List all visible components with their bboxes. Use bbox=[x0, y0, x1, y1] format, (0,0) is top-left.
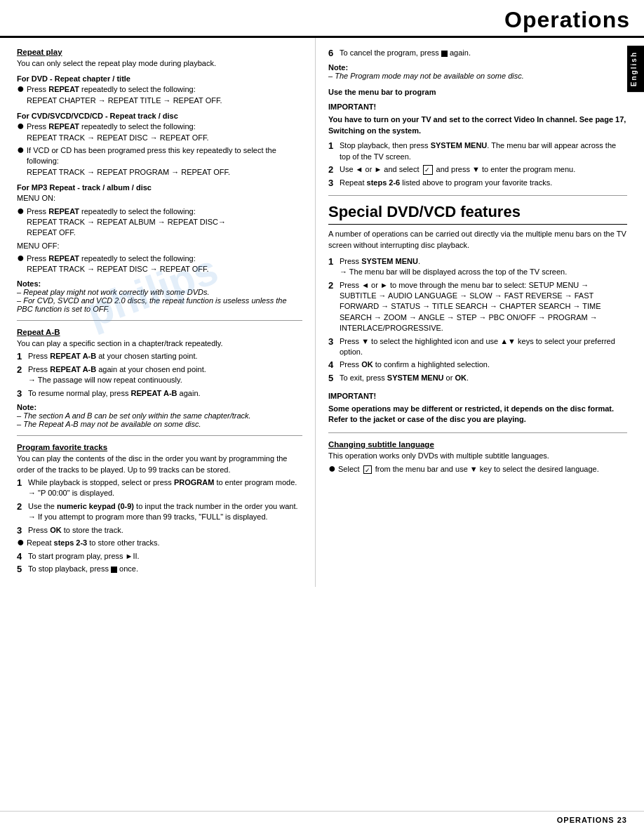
right-step6-text: To cancel the program, press again. bbox=[340, 48, 627, 58]
sp-step1-text: Press SYSTEM MENU.→ The menu bar will be… bbox=[340, 256, 627, 278]
main-content: Repeat play You can only select the repe… bbox=[0, 38, 644, 587]
special-dvd-section: Special DVD/VCD features A number of ope… bbox=[328, 203, 627, 425]
important2-label: IMPORTANT! bbox=[328, 391, 627, 402]
stop-icon bbox=[111, 567, 117, 573]
mp3-menu-off: MENU OFF: bbox=[17, 241, 302, 251]
bullet-dot: ● bbox=[17, 536, 27, 548]
dvd-repeat-title: For DVD - Repeat chapter / title bbox=[17, 74, 302, 83]
page-footer: OPERATIONS 23 bbox=[0, 811, 644, 824]
divider2 bbox=[17, 435, 302, 436]
step-num: 1 bbox=[17, 351, 28, 362]
mp3-bullet-off-text: Press REPEAT repeatedly to select the fo… bbox=[27, 253, 302, 275]
sp-step5-text: To exit, press SYSTEM MENU or OK. bbox=[340, 373, 627, 383]
repeat-ab-desc: You can play a specific section in a cha… bbox=[17, 338, 302, 349]
step-num: 3 bbox=[17, 388, 28, 399]
prog-step4: 4 To start program play, press ►II. bbox=[17, 551, 302, 562]
menu-step3-text: Repeat steps 2-6 listed above to program… bbox=[340, 178, 627, 188]
right-column: 6 To cancel the program, press again. No… bbox=[316, 38, 644, 587]
step-num: 2 bbox=[17, 501, 28, 512]
language-tab: English bbox=[627, 46, 644, 92]
repeat-ab-section: Repeat A-B You can play a specific secti… bbox=[17, 328, 302, 428]
prog-step3-text: Press OK to store the track. bbox=[28, 525, 302, 536]
mp3-bullet-on-item: ● Press REPEAT repeatedly to select the … bbox=[17, 206, 302, 239]
right-step6: 6 To cancel the program, press again. bbox=[328, 48, 627, 59]
menu-step2: 2 Use ◄ or ► and select and press ▼ to e… bbox=[328, 164, 627, 176]
ab-note1: – The section A and B can be set only wi… bbox=[17, 411, 251, 420]
left-column: Repeat play You can only select the repe… bbox=[0, 38, 316, 587]
step-num: 2 bbox=[328, 280, 340, 291]
step-num: 3 bbox=[328, 336, 340, 348]
page-title: Operations bbox=[504, 7, 630, 33]
special-dvd-title: Special DVD/VCD features bbox=[328, 203, 627, 225]
mp3-menu-on: MENU ON: bbox=[17, 193, 302, 204]
menu-step1: 1 Stop playback, then press SYSTEM MENU.… bbox=[328, 140, 627, 162]
repeat-play-desc: You can only select the repeat play mode… bbox=[17, 58, 302, 69]
ab-step1-text: Press REPEAT A-B at your chosen starting… bbox=[28, 351, 302, 362]
prog-step1-text: While playback is stopped, select or pre… bbox=[28, 477, 302, 499]
bullet-dot: ● bbox=[17, 82, 27, 95]
sp-step3: 3 Press ▼ to select the highlighted icon… bbox=[328, 336, 627, 358]
divider4 bbox=[328, 432, 627, 433]
ab-step3-text: To resume normal play, press REPEAT A-B … bbox=[28, 388, 302, 399]
program-title: Program favorite tracks bbox=[17, 443, 302, 451]
bullet-dot: ● bbox=[17, 251, 27, 264]
prog-step4-text: To start program play, press ►II. bbox=[28, 551, 302, 562]
repeat-play-section: Repeat play You can only select the repe… bbox=[17, 48, 302, 313]
mp3-bullet-on-text: Press REPEAT repeatedly to select the fo… bbox=[27, 206, 302, 239]
repeat-ab-title: Repeat A-B bbox=[17, 328, 302, 336]
prog-step5: 5 To stop playback, press once. bbox=[17, 564, 302, 575]
important-label: IMPORTANT! bbox=[328, 102, 627, 112]
dvd-bullet-item: ● Press REPEAT repeatedly to select the … bbox=[17, 84, 302, 106]
ab-step3: 3 To resume normal play, press REPEAT A-… bbox=[17, 388, 302, 399]
right-note1: – The Program mode may not be available … bbox=[328, 72, 524, 80]
sp-step2-text: Press ◄ or ► to move through the menu ba… bbox=[340, 280, 627, 334]
ab-note2: – The Repeat A-B may not be available on… bbox=[17, 420, 201, 428]
menu-step2-text: Use ◄ or ► and select and press ▼ to ent… bbox=[340, 164, 627, 175]
cvd-bullet2-item: ● If VCD or CD has been programed press … bbox=[17, 145, 302, 178]
step-num: 4 bbox=[328, 359, 340, 371]
cvd-bullet1-item: ● Press REPEAT repeatedly to select the … bbox=[17, 121, 302, 143]
step-num: 6 bbox=[328, 48, 340, 59]
cvd-repeat-title: For CVD/SVCD/VCD/CD - Repeat track / dis… bbox=[17, 112, 302, 120]
program-desc: You can play the contents of the disc in… bbox=[17, 454, 302, 475]
ab-step1: 1 Press REPEAT A-B at your chosen starti… bbox=[17, 351, 302, 362]
ab-step2-text: Press REPEAT A-B again at your chosen en… bbox=[28, 364, 302, 386]
menu-bar-title: Use the menu bar to program bbox=[328, 87, 627, 98]
step-num: 1 bbox=[328, 140, 340, 152]
cvd-bullet2-text: If VCD or CD has been programed press th… bbox=[27, 145, 302, 178]
step-num: 5 bbox=[17, 564, 28, 575]
prog-step2-text: Use the numeric keypad (0-9) to input th… bbox=[28, 501, 302, 523]
step-num: 3 bbox=[17, 525, 28, 536]
special-dvd-desc: A number of operations can be carried ou… bbox=[328, 229, 627, 251]
step-num: 1 bbox=[328, 256, 340, 267]
page: Operations English philips Repeat play Y… bbox=[0, 0, 644, 834]
prog-step2: 2 Use the numeric keypad (0-9) to input … bbox=[17, 501, 302, 523]
note-label: Note: bbox=[17, 403, 36, 411]
sp-step4-text: Press OK to confirm a highlighted select… bbox=[340, 359, 627, 370]
important2-block: IMPORTANT! Some operations may be differ… bbox=[328, 391, 627, 425]
repeat-play-notes: Notes: – Repeat play might not work corr… bbox=[17, 279, 302, 313]
note2: – For CVD, SVCD and VCD 2.0 discs, the r… bbox=[17, 296, 287, 313]
menu-icon-small bbox=[363, 465, 372, 474]
program-section: Program favorite tracks You can play the… bbox=[17, 443, 302, 575]
subtitle-section: Changing subtitle language This operatio… bbox=[328, 440, 627, 475]
right-notes: Note: – The Program mode may not be avai… bbox=[328, 63, 627, 80]
sp-step2: 2 Press ◄ or ► to move through the menu … bbox=[328, 280, 627, 334]
prog-step3: 3 Press OK to store the track. bbox=[17, 525, 302, 536]
dvd-bullet-text: Press REPEAT repeatedly to select the fo… bbox=[27, 84, 302, 106]
step-num: 5 bbox=[328, 373, 340, 384]
sp-step1: 1 Press SYSTEM MENU.→ The menu bar will … bbox=[328, 256, 627, 278]
sp-step5: 5 To exit, press SYSTEM MENU or OK. bbox=[328, 373, 627, 384]
step-num: 2 bbox=[328, 164, 340, 176]
subtitle-bullet-item: ● Select from the menu bar and use ▼ key… bbox=[328, 464, 627, 475]
menu-step3: 3 Repeat steps 2-6 listed above to progr… bbox=[328, 178, 627, 189]
bullet-dot: ● bbox=[17, 119, 27, 132]
ab-step2: 2 Press REPEAT A-B again at your chosen … bbox=[17, 364, 302, 386]
bullet-dot: ● bbox=[17, 204, 27, 217]
stop-icon bbox=[441, 51, 448, 57]
important-text: You have to turn on your TV and set to t… bbox=[328, 114, 627, 136]
subtitle-title: Changing subtitle language bbox=[328, 440, 627, 449]
note1: – Repeat play might not work correctly w… bbox=[17, 288, 210, 296]
repeat-play-title: Repeat play bbox=[17, 48, 302, 56]
bullet-dot: ● bbox=[17, 143, 27, 156]
